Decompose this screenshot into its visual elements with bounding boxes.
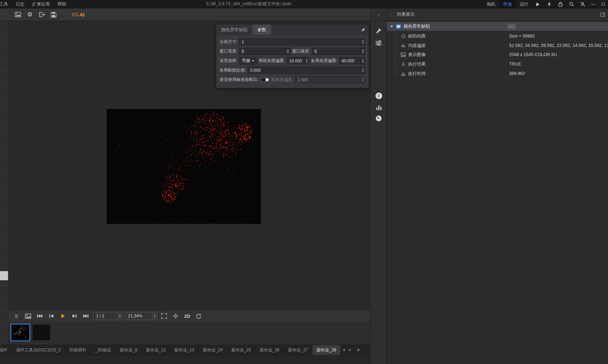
spinner[interactable] — [285, 48, 290, 55]
job-tab[interactable]: 剖面插补 — [65, 345, 91, 355]
pin-panel-button[interactable] — [358, 25, 369, 35]
block-size-input[interactable]: 1 — [239, 38, 365, 46]
tab-parameters[interactable]: 参数 — [252, 25, 271, 35]
spin-up-icon[interactable] — [362, 59, 364, 60]
result-row-display-image[interactable]: 展示图像 2048 x 1545 COLOR 8U — [387, 50, 608, 59]
loop-button[interactable] — [194, 311, 203, 321]
page-spinner[interactable]: 1 / 2 — [93, 312, 122, 320]
job-tab[interactable]: _3D标定 — [91, 345, 116, 355]
menu-extensions[interactable]: 扩展应用 — [28, 0, 54, 8]
spin-down-icon[interactable] — [362, 80, 364, 82]
run-button[interactable] — [532, 0, 543, 8]
user-disabled-button[interactable] — [577, 0, 588, 8]
export-button[interactable] — [36, 9, 47, 20]
spinner[interactable] — [360, 48, 365, 55]
spin-up-icon[interactable] — [362, 40, 364, 41]
open-image-button[interactable] — [13, 9, 23, 20]
fit-view-button[interactable] — [160, 311, 169, 321]
collapsed-tool-selected-cell[interactable] — [0, 271, 8, 280]
add-job-button[interactable]: + — [353, 345, 363, 355]
spin-down-icon[interactable] — [154, 317, 156, 318]
toolbar-drag-handle-icon[interactable]: ⋮ — [60, 12, 72, 17]
job-tab[interactable]: 新作业_25 — [227, 345, 256, 355]
spin-down-icon[interactable] — [119, 317, 121, 318]
collapse-panel-button[interactable]: ‹ — [370, 8, 386, 21]
go-first-button[interactable] — [35, 311, 44, 321]
spin-down-icon[interactable] — [362, 71, 364, 72]
global-gray-input[interactable]: 40.000 — [339, 57, 365, 64]
job-tab[interactable]: 循环工具1b20221102_2 — [12, 345, 65, 355]
spin-down-icon[interactable] — [362, 42, 364, 44]
spin-up-icon[interactable] — [119, 314, 121, 316]
menu-tools[interactable]: 工具 — [0, 0, 12, 8]
play-button[interactable] — [58, 311, 67, 321]
spinner[interactable] — [360, 76, 365, 83]
menu-run[interactable]: 运行 — [516, 0, 532, 8]
save-button[interactable] — [48, 9, 59, 20]
job-tab[interactable]: 新作业_13 — [170, 345, 199, 355]
spin-down-icon[interactable] — [362, 52, 364, 53]
tab-module-name[interactable]: 颜色异常缺陷 — [216, 25, 252, 35]
spin-down-icon[interactable] — [362, 61, 364, 63]
center-view-button[interactable] — [171, 311, 180, 321]
menu-camera[interactable]: 相机 — [483, 0, 499, 8]
spin-up-icon[interactable] — [362, 78, 364, 79]
gray-select-dropdown[interactable]: 亮侧 — [239, 57, 257, 64]
use-std-toggle[interactable] — [260, 77, 269, 82]
spin-up-icon[interactable] — [287, 49, 289, 51]
tree-expander-icon[interactable] — [390, 26, 393, 27]
spinner[interactable] — [360, 67, 365, 74]
job-tab[interactable]: 新作业_24 — [199, 345, 227, 355]
result-row-contour[interactable]: 缺陷轮廓 Size = 56682 — [387, 32, 608, 41]
mode-2d-button[interactable]: 2D — [183, 311, 192, 321]
film-thumbnail[interactable] — [32, 324, 50, 341]
job-tab[interactable]: 新作业_26 — [256, 345, 284, 355]
spinner[interactable] — [304, 57, 309, 64]
defect-image[interactable] — [107, 109, 261, 224]
reject-ratio-input[interactable]: 0.000 — [248, 67, 365, 74]
spin-up-icon[interactable] — [154, 314, 156, 316]
menu-help[interactable]: 帮助 — [54, 0, 70, 8]
job-tab[interactable]: 新作业_27 — [284, 345, 312, 355]
more-button[interactable]: … — [507, 24, 516, 29]
menu-log[interactable]: 日志 — [12, 0, 28, 8]
toolbar-drag-handle-icon[interactable]: ⋮ — [0, 12, 12, 17]
tabs-scroll-right-button[interactable] — [347, 345, 353, 355]
spinner[interactable] — [360, 57, 365, 64]
histogram-button[interactable] — [371, 102, 387, 112]
minimize-button[interactable]: — — [588, 0, 598, 8]
spinner[interactable] — [117, 313, 122, 320]
spin-up-icon[interactable] — [362, 68, 364, 70]
collapse-toolbar-button[interactable] — [12, 311, 21, 321]
job-tab-selected[interactable]: 新作业_28 — [312, 345, 341, 355]
info-button[interactable]: i — [371, 90, 387, 101]
std-dev-input[interactable]: 1.500 — [295, 76, 365, 83]
tools-button[interactable] — [371, 26, 387, 36]
film-thumbnail-selected[interactable] — [11, 324, 30, 341]
result-root-row[interactable]: 颜色异常缺陷 … — [387, 22, 608, 31]
spin-down-icon[interactable] — [287, 52, 289, 53]
panel-drag-handle-icon[interactable]: ⋮ — [387, 12, 397, 17]
result-row-exec-result[interactable]: 执行结果 TRUE — [387, 60, 608, 69]
image-canvas-area[interactable]: 颜色异常缺陷 参数 分块尺寸: 1 窗口宽度: 5 — [8, 21, 370, 310]
local-gray-input[interactable]: 10.000 — [287, 57, 309, 64]
job-tab[interactable]: 新作业_12 — [142, 345, 170, 355]
collapsed-tool-list[interactable] — [0, 21, 8, 345]
spin-up-icon[interactable] — [362, 49, 364, 51]
parameters-button[interactable] — [371, 38, 387, 48]
result-row-exec-time[interactable]: 执行时间 389.962 — [387, 69, 608, 78]
job-tab[interactable]: 循环 — [0, 345, 12, 355]
window-width-input[interactable]: 5 — [239, 48, 290, 55]
job-tab[interactable]: 新作业_8 — [116, 345, 142, 355]
lock-button[interactable] — [555, 0, 566, 8]
step-back-button[interactable] — [47, 311, 56, 321]
go-last-button[interactable] — [81, 311, 90, 321]
quick-run-button[interactable] — [543, 0, 555, 8]
settings-button[interactable]: ⚙ — [25, 9, 35, 20]
search-button[interactable] — [566, 0, 577, 8]
step-forward-button[interactable] — [70, 311, 79, 321]
dock-panel-button[interactable] — [600, 13, 605, 17]
menu-job[interactable]: 作业 — [499, 0, 516, 8]
spin-down-icon[interactable] — [306, 61, 308, 63]
spinner[interactable] — [152, 313, 157, 320]
